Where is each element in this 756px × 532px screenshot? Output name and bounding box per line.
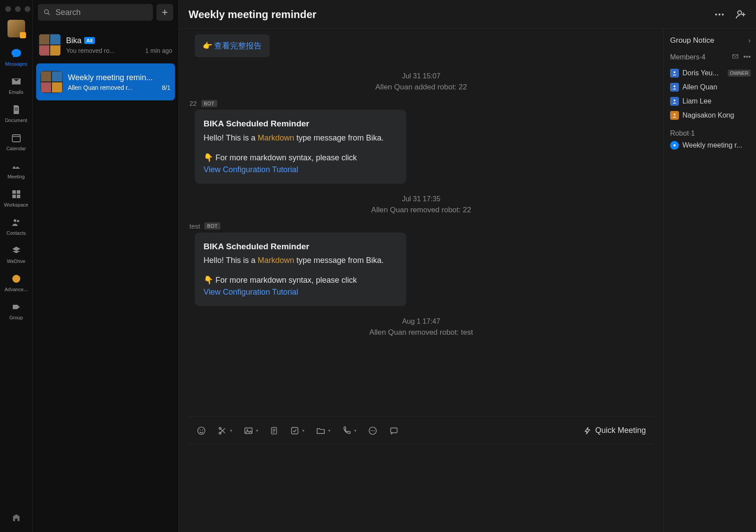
svg-point-38 [674, 114, 675, 115]
group-icon [10, 301, 22, 313]
member-name: Doris Yeu... [682, 69, 724, 77]
svg-point-10 [12, 275, 20, 283]
folder-button[interactable]: ▾ [316, 426, 330, 436]
svg-point-11 [44, 10, 48, 14]
member-avatar [670, 69, 679, 78]
bot-message-card[interactable]: BIKA Scheduled Reminder Hello! This is a… [195, 233, 406, 307]
robot-name: Weekly meeting r... [682, 141, 742, 149]
more-icon[interactable] [714, 9, 725, 20]
nav-meeting[interactable]: Meeting [3, 156, 30, 182]
link-card[interactable]: 👉 查看完整报告 [195, 34, 270, 57]
composer-toolbar: ▾ ▾ ▾ ▾ ▾ Quick Meeting [189, 417, 654, 444]
nav-contacts[interactable]: Contacts [3, 213, 30, 238]
svg-rect-0 [15, 108, 18, 109]
link-text: 查看完整报告 [214, 41, 262, 51]
emails-icon [10, 75, 22, 88]
svg-point-39 [674, 144, 676, 147]
robot-row[interactable]: Weekly meeting r... [670, 141, 751, 150]
bot-badge: BOT [204, 222, 220, 229]
minimize-dot[interactable] [15, 6, 21, 12]
svg-rect-33 [391, 428, 397, 432]
bot-card-title: BIKA Scheduled Reminder [204, 118, 397, 130]
tutorial-link[interactable]: View Configuration Tutorial [204, 286, 397, 298]
meeting-icon [10, 160, 22, 172]
tutorial-link[interactable]: View Configuration Tutorial [204, 164, 397, 176]
nav-label: Messages [5, 61, 27, 66]
close-dot[interactable] [5, 6, 11, 12]
doc-button[interactable] [270, 426, 278, 436]
member-row[interactable]: Liam Lee [670, 94, 751, 108]
nav-calendar[interactable]: Calendar [3, 128, 30, 154]
call-button[interactable]: ▾ [342, 426, 356, 436]
nav-label: Calendar [6, 146, 26, 151]
nav-messages[interactable]: Messages [3, 44, 30, 69]
add-member-icon[interactable] [735, 9, 746, 20]
member-avatar [670, 111, 679, 120]
quote-button[interactable] [389, 426, 399, 436]
chevron-down-icon: ▾ [302, 428, 304, 433]
message-input[interactable] [189, 444, 654, 532]
member-row[interactable]: Doris Yeu... OWNER [670, 66, 751, 80]
conversation-item[interactable]: Weekly meeting remin... Allen Quan remov… [36, 63, 175, 100]
bot-name: test [189, 222, 200, 230]
conversation-preview: You removed ro... [66, 47, 115, 54]
bot-name: 22 [189, 100, 197, 107]
member-row[interactable]: Allen Quan [670, 80, 751, 94]
snip-button[interactable]: ▾ [218, 426, 232, 436]
svg-rect-7 [17, 195, 20, 198]
system-timestamp: Aug 1 17:47 [189, 318, 654, 325]
nav-group[interactable]: Group [3, 297, 30, 323]
svg-point-15 [722, 13, 723, 15]
group-notice-header[interactable]: Group Notice › [670, 36, 751, 45]
svg-rect-1 [15, 110, 18, 111]
more-icon[interactable]: ••• [743, 53, 751, 62]
robot-count-label: Robot·1 [670, 129, 751, 137]
bot-badge: BOT [201, 100, 217, 107]
bot-card-keyword: Markdown [258, 256, 294, 265]
member-row[interactable]: Nagisakon Kong [670, 108, 751, 122]
search-input[interactable]: Search [38, 4, 153, 21]
system-event: Allen Quan added robot: 22 [189, 83, 654, 92]
conversation-time: 1 min ago [145, 47, 172, 54]
emoji-button[interactable] [196, 426, 206, 436]
image-button[interactable]: ▾ [244, 426, 258, 436]
svg-point-32 [374, 430, 375, 431]
message-list: 👉 查看完整报告 Jul 31 15:07 Allen Quan added r… [179, 29, 663, 532]
svg-point-8 [14, 219, 16, 222]
nav-wedrive[interactable]: WeDrive [3, 241, 30, 266]
svg-point-36 [674, 85, 675, 87]
window-traffic-lights[interactable] [5, 3, 30, 16]
mention-button[interactable] [368, 426, 378, 436]
bot-card-text: type message from Bika. [294, 256, 384, 265]
conversation-avatar [39, 34, 61, 56]
mail-icon[interactable] [732, 53, 739, 62]
org-switcher-icon[interactable] [10, 512, 22, 524]
chat-title: Weekly meeting reminder [189, 8, 714, 21]
quick-meeting-button[interactable]: Quick Meeting [584, 426, 646, 435]
nav-emails[interactable]: Emails [3, 72, 30, 97]
compose-button[interactable] [156, 4, 173, 21]
chat-area: Weekly meeting reminder 👉 查看完整报告 Jul 31 … [179, 0, 756, 532]
conversation-avatar [41, 71, 63, 93]
nav-document[interactable]: Document [3, 100, 30, 126]
svg-point-18 [200, 429, 200, 430]
nav-workspace[interactable]: Workspace [3, 185, 30, 210]
maximize-dot[interactable] [25, 6, 30, 12]
svg-point-19 [202, 429, 203, 430]
svg-rect-34 [733, 55, 738, 58]
nav-advanced[interactable]: Advance... [3, 269, 30, 295]
owner-badge: OWNER [728, 70, 751, 77]
svg-rect-4 [12, 190, 16, 194]
member-avatar [670, 97, 679, 106]
task-button[interactable]: ▾ [290, 426, 304, 436]
user-avatar[interactable] [7, 20, 25, 37]
nav-label: Advance... [5, 287, 28, 292]
advanced-icon [10, 273, 22, 285]
wedrive-icon [10, 244, 22, 257]
chevron-down-icon: ▾ [328, 428, 330, 433]
member-avatar [670, 83, 679, 92]
conversation-item[interactable]: Bika All You removed ro... 1 min ago [33, 26, 178, 63]
conversation-count: 8/1 [162, 84, 170, 91]
bot-message-card[interactable]: BIKA Scheduled Reminder Hello! This is a… [195, 110, 406, 184]
bot-sender-row: 22 BOT [189, 100, 654, 107]
